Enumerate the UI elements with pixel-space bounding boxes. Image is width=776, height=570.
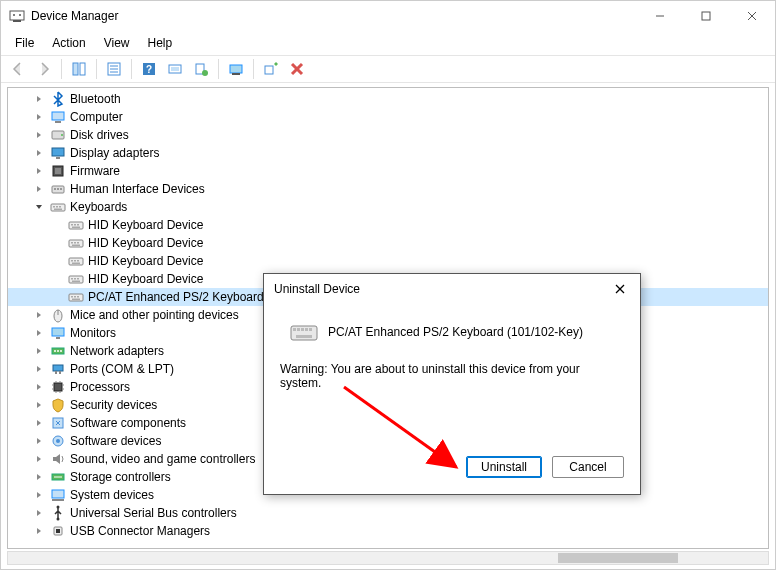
expand-icon[interactable]	[32, 110, 46, 124]
svg-rect-5	[702, 12, 710, 20]
properties-button[interactable]	[103, 58, 125, 80]
svg-rect-61	[72, 281, 80, 283]
svg-point-3	[19, 14, 21, 16]
tree-node-label: HID Keyboard Device	[88, 254, 203, 268]
svg-rect-70	[56, 337, 60, 339]
tree-node[interactable]: Computer	[8, 108, 768, 126]
svg-point-28	[61, 134, 63, 136]
keyboard-icon	[50, 199, 66, 215]
tree-node[interactable]: HID Keyboard Device	[8, 234, 768, 252]
svg-rect-76	[55, 371, 57, 374]
svg-rect-55	[77, 260, 79, 262]
maximize-button[interactable]	[683, 1, 729, 31]
svg-rect-21	[232, 73, 240, 75]
svg-point-72	[54, 350, 56, 352]
uninstall-button[interactable]: Uninstall	[466, 456, 542, 478]
svg-rect-78	[54, 383, 62, 391]
uninstall-device-button[interactable]	[286, 58, 308, 80]
expand-icon[interactable]	[32, 524, 46, 538]
expand-icon[interactable]	[32, 434, 46, 448]
expand-icon[interactable]	[32, 128, 46, 142]
expand-icon[interactable]	[32, 326, 46, 340]
menu-action[interactable]: Action	[44, 33, 93, 53]
dialog-titlebar[interactable]: Uninstall Device	[264, 274, 640, 304]
sound-icon	[50, 451, 66, 467]
svg-rect-43	[71, 224, 73, 226]
toolbar: ?	[1, 55, 775, 83]
svg-rect-46	[72, 227, 80, 229]
tree-node-label: HID Keyboard Device	[88, 218, 203, 232]
svg-rect-54	[74, 260, 76, 262]
tree-node[interactable]: HID Keyboard Device	[8, 252, 768, 270]
system-icon	[50, 487, 66, 503]
no-expander	[50, 236, 64, 250]
svg-rect-34	[54, 188, 56, 190]
svg-rect-30	[56, 157, 60, 159]
tree-node-label: USB Connector Managers	[70, 524, 210, 538]
svg-point-74	[60, 350, 62, 352]
toolbar-separator	[131, 59, 132, 79]
expand-icon[interactable]	[32, 488, 46, 502]
expand-icon[interactable]	[32, 452, 46, 466]
menu-file[interactable]: File	[7, 33, 42, 53]
expand-icon[interactable]	[32, 506, 46, 520]
scan-hardware-button[interactable]	[164, 58, 186, 80]
collapse-icon[interactable]	[32, 200, 46, 214]
usbconn-icon	[50, 523, 66, 539]
svg-rect-59	[74, 278, 76, 280]
svg-rect-32	[55, 168, 61, 174]
tree-node[interactable]: Human Interface Devices	[8, 180, 768, 198]
tree-node[interactable]: HID Keyboard Device	[8, 216, 768, 234]
show-hide-tree-button[interactable]	[68, 58, 90, 80]
update-driver-button[interactable]	[190, 58, 212, 80]
tree-node[interactable]: Keyboards	[8, 198, 768, 216]
display-icon	[50, 145, 66, 161]
close-button[interactable]	[729, 1, 775, 31]
scrollbar-thumb[interactable]	[558, 553, 678, 563]
keyboard-icon	[290, 322, 318, 342]
tree-node[interactable]: Disk drives	[8, 126, 768, 144]
hid-icon	[50, 181, 66, 197]
keyboard-icon	[68, 217, 84, 233]
network-icon	[50, 343, 66, 359]
menu-help[interactable]: Help	[140, 33, 181, 53]
tree-node[interactable]: Firmware	[8, 162, 768, 180]
svg-rect-0	[10, 11, 24, 20]
expand-icon[interactable]	[32, 362, 46, 376]
expand-icon[interactable]	[32, 416, 46, 430]
expand-icon[interactable]	[32, 164, 46, 178]
tree-node[interactable]: Display adapters	[8, 144, 768, 162]
tree-node-label: Software components	[70, 416, 186, 430]
expand-icon[interactable]	[32, 470, 46, 484]
help-button[interactable]: ?	[138, 58, 160, 80]
expand-icon[interactable]	[32, 398, 46, 412]
expand-icon[interactable]	[32, 380, 46, 394]
dialog-close-button[interactable]	[600, 274, 640, 304]
horizontal-scrollbar[interactable]	[7, 551, 769, 565]
expand-icon[interactable]	[32, 344, 46, 358]
svg-rect-93	[52, 499, 64, 501]
expand-icon[interactable]	[32, 146, 46, 160]
tree-node-label: Mice and other pointing devices	[70, 308, 239, 322]
svg-point-95	[57, 518, 60, 521]
tree-node[interactable]: Bluetooth	[8, 90, 768, 108]
add-legacy-hw-button[interactable]	[260, 58, 282, 80]
enable-device-button[interactable]	[225, 58, 247, 80]
tree-node-label: Display adapters	[70, 146, 159, 160]
processor-icon	[50, 379, 66, 395]
tree-node-label: HID Keyboard Device	[88, 272, 203, 286]
expand-icon[interactable]	[32, 92, 46, 106]
back-button[interactable]	[7, 58, 29, 80]
expand-icon[interactable]	[32, 308, 46, 322]
tree-node-label: Processors	[70, 380, 130, 394]
menu-view[interactable]: View	[96, 33, 138, 53]
forward-button[interactable]	[33, 58, 55, 80]
svg-rect-56	[72, 263, 80, 265]
tree-node[interactable]: USB Connector Managers	[8, 522, 768, 540]
minimize-button[interactable]	[637, 1, 683, 31]
cancel-button[interactable]: Cancel	[552, 456, 624, 478]
tree-node[interactable]: Universal Serial Bus controllers	[8, 504, 768, 522]
expand-icon[interactable]	[32, 182, 46, 196]
dialog-warning-text: Warning: You are about to uninstall this…	[280, 362, 624, 390]
svg-rect-51	[72, 245, 80, 247]
